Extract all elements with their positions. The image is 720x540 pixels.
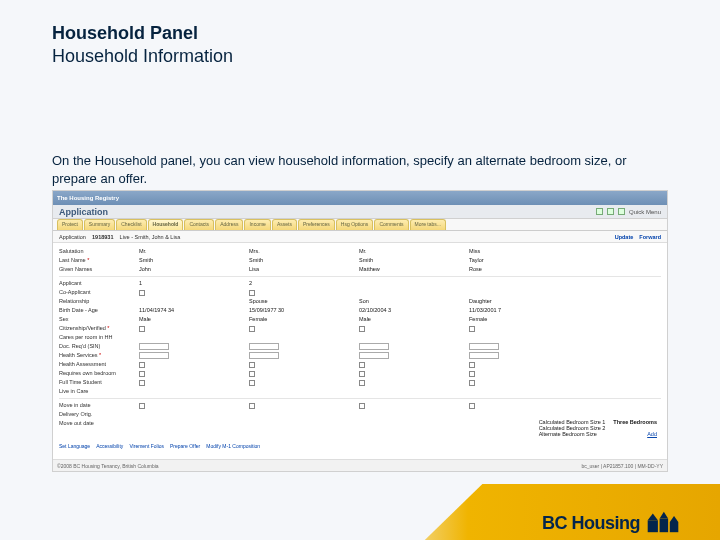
quick-menu-icon[interactable] (607, 208, 614, 215)
cell: Lisa (249, 265, 359, 274)
cell: Spouse (249, 297, 359, 306)
label-cares: Cares per room in HH (59, 333, 139, 342)
app-id-status: Live - Smith, John & Lisa (120, 234, 181, 240)
label-move-out: Move out date (59, 419, 139, 428)
link-prepare-offer[interactable]: Prepare Offer (170, 443, 200, 449)
footer-session: bc_user | AP21857.100 | MM-DD-YY (581, 463, 663, 469)
checkbox[interactable] (139, 403, 145, 409)
calc-line3-label: Alternate Bedroom Size (539, 431, 597, 437)
tab-income[interactable]: Income (244, 219, 270, 230)
checkbox[interactable] (359, 403, 365, 409)
checkbox[interactable] (469, 362, 475, 368)
checkbox[interactable] (469, 380, 475, 386)
quick-menu-icon[interactable] (618, 208, 625, 215)
cell: Smith (249, 256, 359, 265)
tab-address[interactable]: Address (215, 219, 243, 230)
text-input[interactable] (469, 352, 499, 359)
tab-assets[interactable]: Assets (272, 219, 297, 230)
svg-rect-0 (648, 520, 658, 532)
tab-household[interactable]: Household (148, 219, 184, 230)
slide-footer-strip: BC Housing (0, 484, 720, 540)
cell: Smith (139, 256, 249, 265)
checkbox[interactable] (249, 362, 255, 368)
cell (249, 290, 359, 296)
household-grid: SalutationMr.Mrs.Mr.Miss Last Name *Smit… (53, 243, 667, 430)
label-req-own: Requires own bedroom (59, 369, 139, 378)
cell: Smith (359, 256, 469, 265)
tab-more[interactable]: More tabs... (410, 219, 446, 230)
checkbox[interactable] (249, 326, 255, 332)
link-virement[interactable]: Virement Folios (129, 443, 164, 449)
link-accessibility[interactable]: Accessibility (96, 443, 123, 449)
tab-checklist[interactable]: Checklist (116, 219, 146, 230)
text-input[interactable] (469, 343, 499, 350)
text-input[interactable] (249, 343, 279, 350)
tab-protect[interactable]: Protect (57, 219, 83, 230)
calc-bedroom-panel: Calculated Bedroom Size 1Three Bedrooms … (539, 419, 657, 437)
application-id-row: Application 1918931 Live - Smith, John &… (59, 234, 180, 240)
text-input[interactable] (359, 343, 389, 350)
app-id-label: Application (59, 234, 86, 240)
cell: Male (359, 315, 469, 324)
cell: Female (249, 315, 359, 324)
cell: John (139, 265, 249, 274)
tab-strip: Protect Summary Checklist Household Cont… (53, 219, 667, 231)
app-brand: The Housing Registry (57, 195, 119, 201)
quick-menu-icon[interactable] (596, 208, 603, 215)
brand-text: BC Housing (542, 513, 640, 534)
forward-link[interactable]: Forward (639, 234, 661, 240)
checkbox[interactable] (139, 380, 145, 386)
checkbox[interactable] (359, 380, 365, 386)
text-input[interactable] (139, 352, 169, 359)
checkbox[interactable] (469, 371, 475, 377)
quick-menu[interactable]: Quick Menu (596, 208, 661, 215)
label-sex: Sex (59, 315, 139, 324)
app-window-header: The Housing Registry (53, 191, 667, 205)
checkbox[interactable] (139, 326, 145, 332)
update-link[interactable]: Update (615, 234, 634, 240)
cell: 11/04/1974 34 (139, 306, 249, 315)
svg-rect-2 (660, 519, 669, 533)
checkbox[interactable] (469, 403, 475, 409)
tab-summary[interactable]: Summary (84, 219, 115, 230)
tab-contacts[interactable]: Contacts (184, 219, 214, 230)
slide-title: Household Panel Household Information (52, 22, 233, 69)
cell (139, 290, 249, 296)
checkbox[interactable] (249, 290, 255, 296)
checkbox[interactable] (139, 290, 145, 296)
label-given-names: Given Names (59, 265, 139, 274)
text-input[interactable] (139, 343, 169, 350)
cell: 1 (139, 279, 249, 288)
cell: 2 (249, 279, 359, 288)
title-line-1: Household Panel (52, 22, 233, 45)
cell: Rose (469, 265, 579, 274)
title-line-2: Household Information (52, 45, 233, 68)
label-co-applicant: Co-Applicant (59, 288, 139, 297)
text-input[interactable] (249, 352, 279, 359)
add-alt-bedroom-link[interactable]: Add (647, 431, 657, 437)
checkbox[interactable] (139, 362, 145, 368)
tab-comments[interactable]: Comments (374, 219, 408, 230)
checkbox[interactable] (359, 371, 365, 377)
cell: Mr. (139, 247, 249, 256)
checkbox[interactable] (249, 380, 255, 386)
checkbox[interactable] (249, 403, 255, 409)
link-set-language[interactable]: Set Language (59, 443, 90, 449)
link-modify-m1[interactable]: Modify M-1 Composition (206, 443, 260, 449)
label-ft-student: Full Time Student (59, 378, 139, 387)
tab-hsg-options[interactable]: Hsg Options (336, 219, 374, 230)
checkbox[interactable] (469, 326, 475, 332)
cell: Mr. (359, 247, 469, 256)
label-last-name: Last Name * (59, 256, 139, 265)
cell: 11/03/2001 7 (469, 306, 579, 315)
checkbox[interactable] (139, 371, 145, 377)
svg-marker-5 (670, 516, 679, 522)
tab-preferences[interactable]: Preferences (298, 219, 335, 230)
text-input[interactable] (359, 352, 389, 359)
checkbox[interactable] (249, 371, 255, 377)
checkbox[interactable] (359, 326, 365, 332)
svg-marker-3 (660, 512, 669, 519)
bottom-link-row: Set Language Accessibility Virement Foli… (59, 443, 260, 449)
checkbox[interactable] (359, 362, 365, 368)
svg-rect-4 (670, 522, 679, 532)
